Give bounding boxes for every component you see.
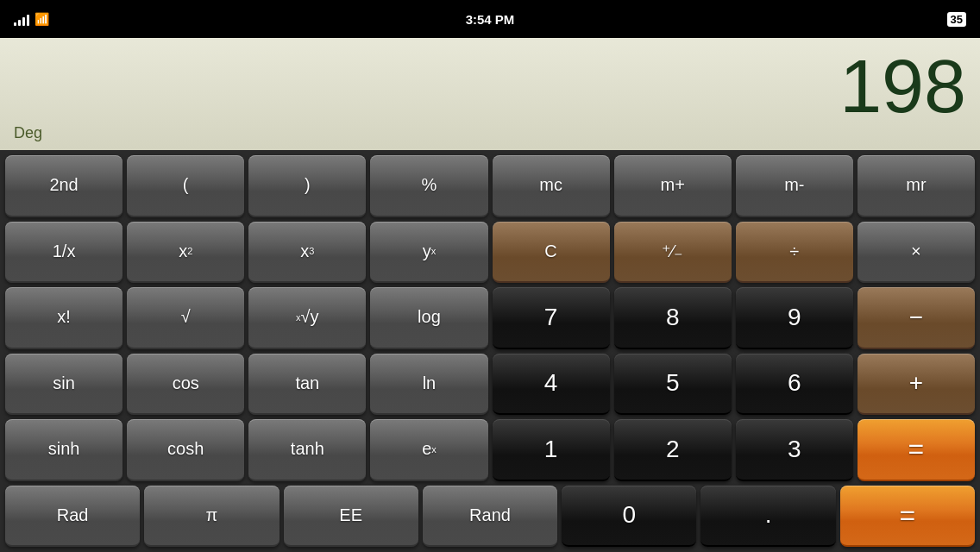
btn-ex[interactable]: ex <box>370 419 487 481</box>
signal-bars-icon <box>14 12 29 26</box>
btn-lparen[interactable]: ( <box>127 155 244 217</box>
btn-6[interactable]: 6 <box>736 354 853 416</box>
btn-ln[interactable]: ln <box>370 354 487 416</box>
status-right: 35 <box>947 12 966 27</box>
btn-0[interactable]: 0 <box>562 486 696 548</box>
battery-level: 35 <box>947 12 966 27</box>
status-left: 📶 <box>14 12 49 26</box>
btn-9[interactable]: 9 <box>736 287 853 349</box>
button-row-5: sinh cosh tanh ex 1 2 3 = <box>5 419 975 481</box>
display-number: 198 <box>14 45 966 124</box>
button-row-6: Rad π EE Rand 0 . = <box>5 486 975 548</box>
btn-cos[interactable]: cos <box>127 354 244 416</box>
btn-minus[interactable]: − <box>858 287 975 349</box>
calculator-body: 2nd ( ) % mc m+ m- mr 1/x x2 x3 yx C ⁺∕₋… <box>0 150 980 552</box>
btn-mr[interactable]: mr <box>858 155 975 217</box>
btn-tan[interactable]: tan <box>248 354 366 416</box>
button-row-4: sin cos tan ln 4 5 6 + <box>5 354 975 416</box>
btn-2nd[interactable]: 2nd <box>5 155 122 217</box>
button-row-3: x! √ x√y log 7 8 9 − <box>5 287 975 349</box>
btn-xfact[interactable]: x! <box>5 287 122 349</box>
button-row-2: 1/x x2 x3 yx C ⁺∕₋ ÷ × <box>5 222 975 284</box>
btn-c[interactable]: C <box>493 222 610 284</box>
btn-4[interactable]: 4 <box>493 354 610 416</box>
btn-mplus[interactable]: m+ <box>614 155 732 217</box>
btn-plus[interactable]: + <box>858 354 975 416</box>
btn-8[interactable]: 8 <box>614 287 732 349</box>
btn-mminus[interactable]: m- <box>736 155 853 217</box>
btn-rparen[interactable]: ) <box>248 155 366 217</box>
display-mode: Deg <box>14 124 966 146</box>
btn-log[interactable]: log <box>370 287 487 349</box>
btn-sqrt[interactable]: √ <box>127 287 244 349</box>
button-row-1: 2nd ( ) % mc m+ m- mr <box>5 155 975 217</box>
btn-equals[interactable]: = <box>858 419 975 481</box>
wifi-icon: 📶 <box>35 12 49 26</box>
btn-ee[interactable]: EE <box>284 486 418 548</box>
btn-mc[interactable]: mc <box>493 155 610 217</box>
btn-x2[interactable]: x2 <box>127 222 244 284</box>
btn-rad[interactable]: Rad <box>5 486 140 548</box>
btn-equals2[interactable]: = <box>840 486 975 548</box>
btn-1[interactable]: 1 <box>493 419 610 481</box>
btn-1overx[interactable]: 1/x <box>5 222 122 284</box>
btn-rand[interactable]: Rand <box>423 486 557 548</box>
calculator-display: 198 Deg <box>0 38 980 150</box>
btn-x3[interactable]: x3 <box>248 222 366 284</box>
btn-plusminus[interactable]: ⁺∕₋ <box>614 222 732 284</box>
status-bar: 📶 3:54 PM 35 <box>0 0 980 38</box>
btn-multiply[interactable]: × <box>858 222 975 284</box>
status-time: 3:54 PM <box>466 12 515 27</box>
btn-yx[interactable]: yx <box>370 222 487 284</box>
btn-cosh[interactable]: cosh <box>127 419 244 481</box>
btn-sin[interactable]: sin <box>5 354 122 416</box>
btn-2[interactable]: 2 <box>614 419 732 481</box>
btn-sinh[interactable]: sinh <box>5 419 122 481</box>
btn-dot[interactable]: . <box>700 486 835 548</box>
btn-divide[interactable]: ÷ <box>736 222 853 284</box>
btn-pi[interactable]: π <box>144 486 279 548</box>
btn-tanh[interactable]: tanh <box>248 419 366 481</box>
btn-5[interactable]: 5 <box>614 354 732 416</box>
btn-xrooty[interactable]: x√y <box>248 287 366 349</box>
btn-7[interactable]: 7 <box>493 287 610 349</box>
btn-percent[interactable]: % <box>370 155 487 217</box>
btn-3[interactable]: 3 <box>736 419 853 481</box>
